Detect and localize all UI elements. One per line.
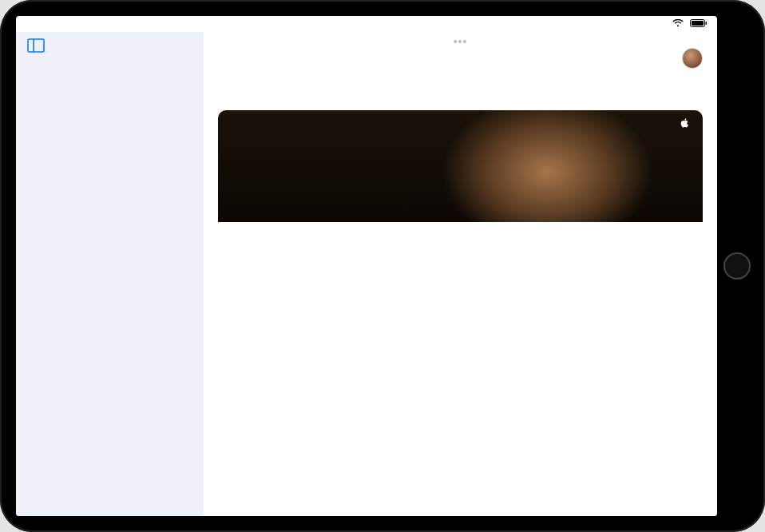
profile-avatar[interactable] — [682, 48, 703, 69]
svg-rect-2 — [706, 22, 708, 25]
hero-banner[interactable] — [218, 110, 703, 222]
sidebar-toggle-icon[interactable] — [27, 38, 45, 53]
wifi-icon — [672, 19, 684, 29]
status-bar — [16, 16, 717, 32]
svg-rect-3 — [28, 39, 44, 52]
battery-icon — [690, 19, 708, 29]
svg-rect-1 — [692, 21, 704, 26]
sidebar — [16, 32, 204, 516]
multitask-handle-icon[interactable]: ••• — [454, 35, 468, 48]
apple-tv-plus-icon — [680, 118, 692, 128]
screen: ••• — [16, 16, 717, 516]
home-button[interactable] — [723, 252, 751, 280]
ipad-frame: ••• — [0, 0, 765, 532]
main-content: ••• — [204, 32, 717, 516]
up-next-title — [204, 72, 717, 83]
